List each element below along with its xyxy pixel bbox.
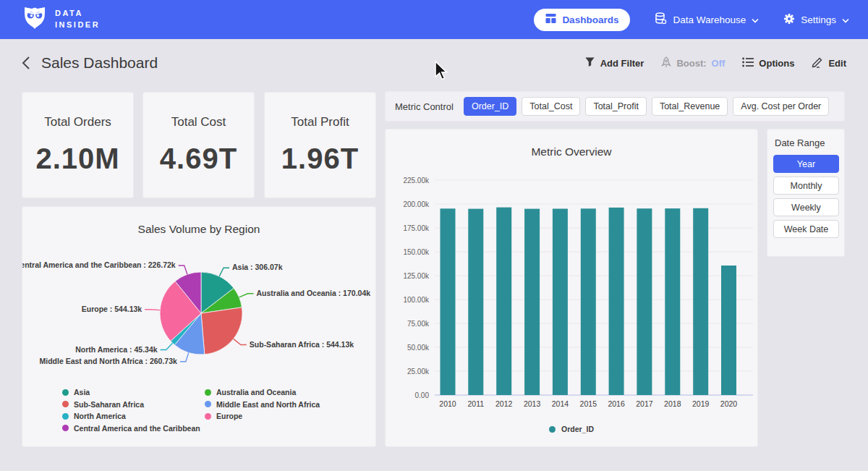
pie-label-europe: Europe : 544.13k xyxy=(82,305,142,313)
settings-menu[interactable]: Settings xyxy=(783,13,849,27)
metric-options-group: Order_IDTotal_CostTotal_ProfitTotal_Reve… xyxy=(464,97,829,116)
legend-label-order-id: Order_ID xyxy=(561,425,594,433)
chevron-down-icon xyxy=(842,14,849,25)
list-options-icon xyxy=(742,57,754,69)
pie-legend-item-europe[interactable]: Europe xyxy=(205,412,320,420)
brand-line1: DATA xyxy=(55,8,100,20)
options-button[interactable]: Options xyxy=(742,57,794,69)
x-axis-tick-2017: 2017 xyxy=(636,399,653,408)
metric-overview-chart-card: Metric Overview 0.0025.00k50.00k75.00k10… xyxy=(385,129,758,447)
legend-label: Europe xyxy=(216,412,242,420)
metric-option-total-cost[interactable]: Total_Cost xyxy=(522,97,580,116)
legend-label: Asia xyxy=(74,388,90,396)
metric-option-total-profit[interactable]: Total_Profit xyxy=(585,97,647,116)
edit-label: Edit xyxy=(828,58,846,69)
bar-2013[interactable] xyxy=(524,209,540,395)
x-axis-tick-2018: 2018 xyxy=(664,399,681,408)
back-button[interactable] xyxy=(22,56,31,70)
chevron-down-icon xyxy=(752,14,759,25)
bar-2020[interactable] xyxy=(721,266,736,395)
pie-label-central-america-and-the-caribbean: Central America and the Caribbean : 226.… xyxy=(22,260,176,269)
pie-legend-item-australia-and-oceania[interactable]: Australia and Oceania xyxy=(205,388,320,396)
bar-2017[interactable] xyxy=(637,208,652,395)
chevron-left-icon xyxy=(22,56,31,70)
date-range-panel: Date Range YearMonthlyWeeklyWeek Date xyxy=(767,129,845,257)
y-axis-tick: 50.00k xyxy=(407,344,430,352)
date-range-option-week-date[interactable]: Week Date xyxy=(773,220,839,238)
gear-icon xyxy=(783,13,795,27)
pie-label-asia: Asia : 306.07k xyxy=(232,263,283,271)
bar-2014[interactable] xyxy=(553,209,568,396)
y-axis-tick: 125.00k xyxy=(403,272,430,280)
date-range-label: Date Range xyxy=(775,137,838,148)
add-filter-button[interactable]: Add Filter xyxy=(584,56,644,69)
date-range-options-group: YearMonthlyWeeklyWeek Date xyxy=(773,155,838,238)
bar-2018[interactable] xyxy=(665,208,680,395)
bar-chart-legend[interactable]: Order_ID xyxy=(386,425,757,433)
brand-line2: INSIDER xyxy=(55,20,100,31)
metric-control-label: Metric Control xyxy=(395,101,454,112)
page-header: Sales Dashboard Add Filter Boost: Off xyxy=(0,39,868,87)
boost-value: Off xyxy=(712,58,726,69)
boost-toggle[interactable]: Boost: Off xyxy=(661,56,725,70)
legend-dot xyxy=(62,401,69,407)
pie-label-australia-and-oceania: Australia and Oceania : 170.04k xyxy=(257,289,371,297)
bar-2019[interactable] xyxy=(693,208,708,395)
dashboards-button[interactable]: Dashboards xyxy=(534,9,630,31)
bar-2012[interactable] xyxy=(496,208,511,395)
y-axis-tick: 175.00k xyxy=(403,224,430,232)
pie-label-middle-east-and-north-africa: Middle East and North Africa : 260.73k xyxy=(39,357,177,365)
metric-control-bar: Metric Control Order_IDTotal_CostTotal_P… xyxy=(385,91,845,122)
pie-legend-item-middle-east-and-north-africa[interactable]: Middle East and North Africa xyxy=(205,400,320,409)
x-axis-tick-2015: 2015 xyxy=(580,399,597,408)
y-axis-tick: 200.00k xyxy=(403,200,430,208)
pie-legend-item-sub-saharan-africa[interactable]: Sub-Saharan Africa xyxy=(62,400,205,409)
x-axis-tick-2014: 2014 xyxy=(552,399,569,408)
y-axis-tick: 225.00k xyxy=(403,177,430,184)
legend-label: Central America and the Caribbean xyxy=(74,424,200,433)
bar-2011[interactable] xyxy=(468,209,483,395)
pie-legend-item-north-america[interactable]: North America xyxy=(62,412,205,420)
legend-dot xyxy=(205,389,211,396)
owl-logo-icon xyxy=(22,6,48,33)
x-axis-tick-2010: 2010 xyxy=(439,399,456,408)
kpi-value: 1.96T xyxy=(281,143,359,175)
x-axis-tick-2013: 2013 xyxy=(524,399,541,408)
legend-dot xyxy=(62,389,69,396)
bar-2010[interactable] xyxy=(441,208,456,395)
kpi-card-total-profit: Total Profit 1.96T xyxy=(264,92,376,198)
data-warehouse-menu[interactable]: Data Warehouse xyxy=(655,12,759,27)
pencil-edit-icon xyxy=(812,56,823,70)
kpi-label: Total Cost xyxy=(171,115,226,130)
brand-logo[interactable]: DATA INSIDER xyxy=(22,6,100,33)
bar-2016[interactable] xyxy=(609,208,624,395)
kpi-card-total-orders: Total Orders 2.10M xyxy=(22,92,134,198)
kpi-value: 4.69T xyxy=(160,143,237,175)
kpi-label: Total Profit xyxy=(291,115,349,130)
pie-slice-sub-saharan-africa[interactable] xyxy=(201,307,242,355)
metric-option-order-id[interactable]: Order_ID xyxy=(464,97,516,116)
page-title: Sales Dashboard xyxy=(41,54,158,72)
edit-button[interactable]: Edit xyxy=(812,56,846,70)
date-range-option-year[interactable]: Year xyxy=(773,155,839,173)
y-axis-tick: 25.00k xyxy=(407,368,430,375)
pie-chart-legend: AsiaAustralia and OceaniaSub-Saharan Afr… xyxy=(62,386,320,434)
metric-option-avg-cost-per-order[interactable]: Avg. Cost per Order xyxy=(733,97,829,116)
bar-2015[interactable] xyxy=(581,208,596,395)
dashboards-grid-icon xyxy=(545,13,556,26)
database-icon xyxy=(655,12,667,27)
legend-label: Australia and Oceania xyxy=(216,388,296,396)
kpi-label: Total Orders xyxy=(44,115,111,130)
pie-legend-item-asia[interactable]: Asia xyxy=(62,388,205,396)
y-axis-tick: 100.00k xyxy=(403,296,430,304)
x-axis-tick-2020: 2020 xyxy=(720,399,738,408)
date-range-option-monthly[interactable]: Monthly xyxy=(773,177,839,195)
legend-dot xyxy=(205,401,211,407)
legend-label: Sub-Saharan Africa xyxy=(74,400,144,409)
options-label: Options xyxy=(759,58,794,69)
pie-legend-item-central-america-and-the-caribbean[interactable]: Central America and the Caribbean xyxy=(62,424,205,433)
kpi-value: 2.10M xyxy=(35,143,119,175)
metric-option-total-revenue[interactable]: Total_Revenue xyxy=(652,97,728,116)
legend-label: Middle East and North Africa xyxy=(216,400,320,409)
date-range-option-weekly[interactable]: Weekly xyxy=(773,198,839,216)
